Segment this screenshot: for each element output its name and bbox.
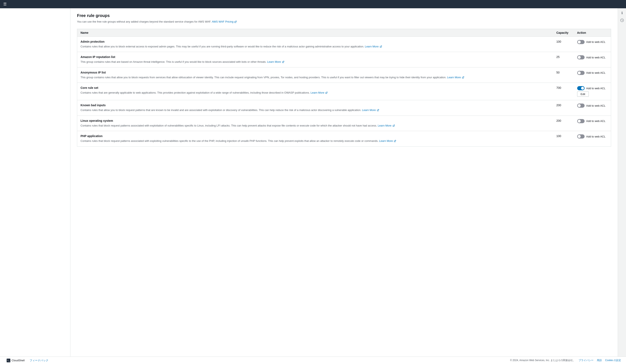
subtitle-text: You can use the free rule groups without… — [77, 20, 211, 23]
action-cell-php-application: Add to web ACL — [574, 131, 611, 147]
copyright-text: © 2024, Amazon Web Services, Inc. またはその関… — [510, 359, 575, 362]
learn-more-link-admin-protection[interactable]: Learn More — [365, 45, 378, 48]
feedback-button[interactable]: フィードバック — [30, 359, 48, 362]
rule-name-anonymous-ip: Anonymous IP list — [80, 71, 550, 74]
pricing-external-link-icon — [234, 21, 236, 23]
top-navigation-bar: ☰ — [0, 0, 626, 8]
learn-more-link-known-bad-inputs[interactable]: Learn More — [362, 109, 376, 112]
capacity-cell-core-rule-set: 700 — [553, 83, 574, 100]
sidebar — [0, 8, 70, 357]
toggle-admin-protection[interactable] — [577, 40, 585, 44]
main-layout: Free rule groups You can use the free ru… — [0, 8, 626, 357]
menu-icon[interactable]: ☰ — [3, 2, 7, 6]
toggle-label-php-application: Add to web ACL — [586, 135, 606, 138]
table-body: Admin protection Contains rules that all… — [77, 37, 611, 146]
toggle-label-linux-os: Add to web ACL — [586, 120, 606, 122]
toggle-label-admin-protection: Add to web ACL — [586, 40, 606, 43]
learn-more-link-anonymous-ip[interactable]: Learn More — [447, 76, 461, 79]
terms-link[interactable]: 用語 — [597, 359, 602, 362]
toggle-label-core-rule-set: Add to web ACL — [586, 87, 606, 90]
table-row: Admin protection Contains rules that all… — [77, 37, 611, 52]
action-cell-admin-protection: Add to web ACL — [574, 37, 611, 52]
cloudshell-label: CloudShell — [12, 359, 25, 362]
learn-more-link-linux-os[interactable]: Learn More — [378, 124, 391, 127]
table-row: Linux operating system Contains rules th… — [77, 116, 611, 131]
col-name: Name — [77, 29, 553, 37]
bottom-bar: >_ CloudShell フィードバック © 2024, Amazon Web… — [0, 357, 626, 364]
learn-more-ext-icon-anonymous-ip — [462, 77, 464, 79]
action-cell-known-bad-inputs: Add to web ACL — [574, 100, 611, 116]
toggle-label-known-bad-inputs: Add to web ACL — [586, 104, 606, 107]
col-capacity: Capacity — [553, 29, 574, 37]
rule-desc-linux-os: Contains rules that block request patter… — [80, 124, 550, 128]
learn-more-ext-icon-php-application — [394, 140, 396, 142]
learn-more-link-php-application[interactable]: Learn More — [379, 139, 393, 142]
capacity-cell-anonymous-ip: 50 — [553, 67, 574, 83]
action-cell-core-rule-set: Add to web ACLEdit — [574, 83, 611, 100]
learn-more-ext-icon-admin-protection — [380, 45, 382, 48]
rule-desc-core-rule-set: Contains rules that are generally applic… — [80, 91, 550, 95]
bottom-right: © 2024, Amazon Web Services, Inc. またはその関… — [510, 359, 621, 362]
info-icon[interactable]: ℹ — [619, 10, 625, 16]
capacity-cell-php-application: 100 — [553, 131, 574, 147]
learn-more-ext-icon-linux-os — [392, 125, 395, 127]
content-area: Free rule groups You can use the free ru… — [70, 8, 618, 357]
toggle-php-application[interactable] — [577, 134, 585, 139]
rule-desc-anonymous-ip: This group contains rules that allow you… — [80, 75, 550, 80]
learn-more-ext-icon-core-rule-set — [325, 92, 327, 94]
table-row: Core rule set Contains rules that are ge… — [77, 83, 611, 100]
rule-name-known-bad-inputs: Known bad inputs — [80, 104, 550, 107]
capacity-cell-known-bad-inputs: 200 — [553, 100, 574, 116]
rule-name-php-application: PHP application — [80, 134, 550, 138]
col-action: Action — [574, 29, 611, 37]
right-panel: ℹ — [618, 8, 626, 357]
learn-more-link-amazon-ip-reputation[interactable]: Learn More — [267, 60, 281, 63]
page-title: Free rule groups — [77, 13, 611, 18]
rule-desc-amazon-ip-reputation: This group contains rules that are based… — [80, 60, 550, 64]
action-cell-anonymous-ip: Add to web ACL — [574, 67, 611, 83]
capacity-cell-admin-protection: 100 — [553, 37, 574, 52]
toggle-anonymous-ip[interactable] — [577, 71, 585, 75]
table-row: Anonymous IP list This group contains ru… — [77, 67, 611, 83]
clock-icon[interactable] — [619, 17, 625, 23]
rule-desc-admin-protection: Contains rules that allow you to block e… — [80, 44, 550, 49]
rules-table: Name Capacity Action Admin protection Co… — [77, 29, 611, 147]
learn-more-ext-icon-amazon-ip-reputation — [282, 61, 284, 63]
toggle-core-rule-set[interactable] — [577, 86, 585, 90]
cookie-link[interactable]: Cookie の設定 — [605, 359, 621, 362]
bottom-left: >_ CloudShell フィードバック — [5, 358, 48, 363]
toggle-label-amazon-ip-reputation: Add to web ACL — [586, 56, 606, 59]
action-cell-amazon-ip-reputation: Add to web ACL — [574, 52, 611, 68]
rule-desc-php-application: Contains rules that block request patter… — [80, 139, 550, 143]
action-cell-linux-os: Add to web ACL — [574, 116, 611, 131]
capacity-cell-amazon-ip-reputation: 25 — [553, 52, 574, 68]
toggle-amazon-ip-reputation[interactable] — [577, 55, 585, 59]
learn-more-link-core-rule-set[interactable]: Learn More — [311, 91, 324, 94]
privacy-link[interactable]: プライバシー — [579, 359, 593, 362]
rule-name-linux-os: Linux operating system — [80, 119, 550, 122]
rule-name-amazon-ip-reputation: Amazon IP reputation list — [80, 55, 550, 59]
rule-name-admin-protection: Admin protection — [80, 40, 550, 43]
toggle-linux-os[interactable] — [577, 119, 585, 123]
rule-name-core-rule-set: Core rule set — [80, 86, 550, 89]
cloudshell-button[interactable]: >_ CloudShell — [5, 358, 26, 363]
toggle-known-bad-inputs[interactable] — [577, 104, 585, 108]
table-row: PHP application Contains rules that bloc… — [77, 131, 611, 147]
page-subtitle: You can use the free rule groups without… — [77, 20, 611, 24]
toggle-label-anonymous-ip: Add to web ACL — [586, 71, 606, 74]
cloudshell-icon: >_ — [7, 359, 10, 362]
edit-button-core-rule-set[interactable]: Edit — [577, 91, 589, 97]
table-header: Name Capacity Action — [77, 29, 611, 37]
table-row: Amazon IP reputation list This group con… — [77, 52, 611, 68]
rule-desc-known-bad-inputs: Contains rules that allow you to block r… — [80, 108, 550, 112]
learn-more-ext-icon-known-bad-inputs — [377, 109, 379, 111]
capacity-cell-linux-os: 200 — [553, 116, 574, 131]
table-row: Known bad inputs Contains rules that all… — [77, 100, 611, 116]
pricing-link[interactable]: AWS WAF Pricing — [212, 20, 234, 23]
